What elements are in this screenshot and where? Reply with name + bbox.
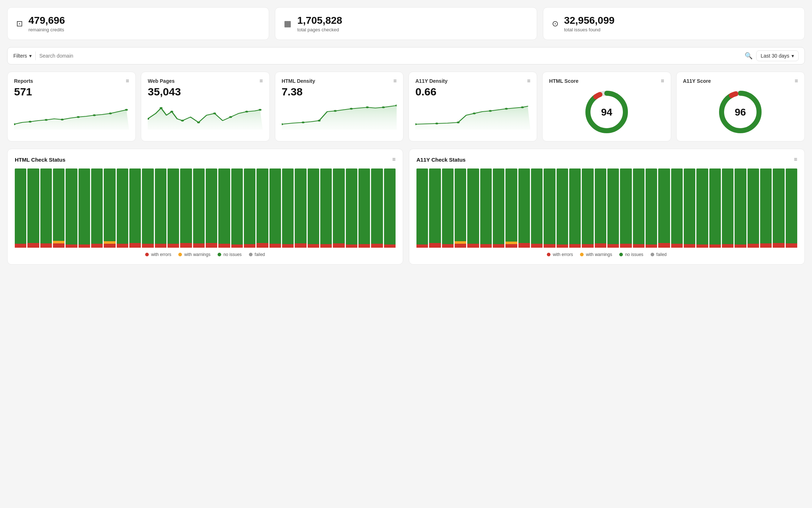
bar-stack-15 (206, 168, 217, 248)
metric-menu-htmldensity[interactable]: ≡ (393, 78, 397, 84)
pages-content: 1,705,828 total pages checked (297, 15, 342, 32)
bar-stack-19 (256, 168, 268, 248)
bar-red-12 (569, 244, 581, 248)
svg-point-33 (489, 110, 492, 112)
bar-red-3 (53, 243, 64, 248)
filters-button[interactable]: Filters ▾ (13, 53, 32, 59)
sparkline-a11ydensity (415, 101, 530, 130)
bar-stack-29 (786, 168, 797, 248)
bar-group-25 (735, 168, 746, 248)
bar-green-12 (168, 168, 179, 244)
bar-stack-19 (658, 168, 670, 248)
bar-stack-13 (180, 168, 192, 248)
bar-group-24 (320, 168, 332, 248)
metric-title-htmldensity: HTML Density (282, 78, 315, 84)
svg-point-13 (181, 120, 184, 122)
chart-card-html-check-status: HTML Check Status ≡ (7, 149, 403, 265)
metric-header-webpages: Web Pages ≡ (148, 78, 263, 84)
bar-green-14 (193, 168, 205, 243)
bar-red-4 (66, 244, 77, 248)
bar-green-23 (709, 168, 721, 244)
bar-red-10 (142, 244, 153, 248)
bar-red-21 (282, 244, 294, 248)
bar-green-1 (429, 168, 441, 243)
bar-red-5 (79, 244, 90, 248)
bar-stack-12 (168, 168, 179, 248)
bar-group-14 (595, 168, 606, 248)
legend-item: no issues (619, 252, 643, 257)
gauge-title-a11yscore: A11Y Score (683, 78, 711, 84)
chart-header-a11y-check-status: A11Y Check Status ≡ (416, 156, 797, 163)
issues-content: 32,956,099 total issues found (564, 15, 615, 32)
bar-group-4 (66, 168, 77, 248)
metric-title-a11ydensity: A11Y Density (415, 78, 447, 84)
bar-stack-20 (269, 168, 281, 248)
bar-green-0 (15, 168, 26, 244)
bar-red-0 (416, 244, 428, 248)
bar-green-12 (569, 168, 581, 244)
svg-point-3 (45, 119, 48, 121)
credits-icon: ⊡ (16, 19, 23, 28)
svg-point-15 (213, 113, 216, 114)
bar-red-4 (467, 244, 479, 248)
bar-green-18 (244, 168, 255, 244)
metric-value-a11ydensity: 0.66 (415, 86, 530, 98)
chart-menu-html-check-status[interactable]: ≡ (392, 156, 396, 163)
bar-red-13 (582, 244, 593, 248)
bar-group-18 (646, 168, 657, 248)
search-input[interactable] (39, 53, 741, 59)
chart-area-htmldensity (282, 101, 397, 130)
bar-green-22 (295, 168, 306, 243)
chart-area-reports (14, 101, 129, 130)
chart-area-a11ydensity (415, 101, 530, 130)
svg-point-25 (366, 107, 369, 108)
metric-menu-a11ydensity[interactable]: ≡ (527, 78, 530, 84)
issues-icon: ⊙ (552, 19, 558, 28)
date-picker-button[interactable]: Last 30 days ▾ (756, 50, 799, 61)
bar-green-24 (722, 168, 733, 244)
bar-green-17 (633, 168, 644, 244)
metric-menu-reports[interactable]: ≡ (126, 78, 129, 84)
legend-dot (547, 253, 550, 256)
search-icon[interactable]: 🔍 (745, 52, 753, 60)
bar-green-16 (620, 168, 632, 244)
bar-group-0 (15, 168, 26, 248)
bar-red-15 (607, 244, 619, 248)
bar-green-9 (531, 168, 543, 244)
svg-point-16 (229, 116, 232, 118)
legend-label: with warnings (184, 252, 210, 257)
bar-green-18 (646, 168, 657, 244)
bar-stack-17 (633, 168, 644, 248)
metric-menu-webpages[interactable]: ≡ (259, 78, 263, 84)
bar-yellow-3 (53, 241, 64, 243)
bar-group-14 (193, 168, 205, 248)
bar-stack-25 (333, 168, 344, 248)
bar-green-25 (735, 168, 746, 244)
gauge-svg: 94 (583, 89, 630, 135)
bar-red-14 (595, 243, 606, 248)
bar-stack-6 (493, 168, 504, 248)
chevron-down-icon: ▾ (29, 53, 32, 59)
gauge-menu-htmlscore[interactable]: ≡ (661, 78, 664, 84)
bar-green-10 (544, 168, 555, 244)
chart-header-html-check-status: HTML Check Status ≡ (15, 156, 396, 163)
bar-stack-0 (15, 168, 26, 248)
chart-menu-a11y-check-status[interactable]: ≡ (794, 156, 797, 163)
svg-point-30 (435, 123, 438, 125)
bar-red-20 (671, 244, 683, 248)
chart-title-a11y-check-status: A11Y Check Status (416, 157, 465, 163)
bar-green-28 (371, 168, 383, 244)
metric-card-a11ydensity: A11Y Density ≡ 0.66 (409, 72, 537, 141)
bar-green-8 (117, 168, 128, 244)
bar-stack-27 (358, 168, 370, 248)
bar-green-26 (748, 168, 759, 244)
gauge-menu-a11yscore[interactable]: ≡ (795, 78, 798, 84)
bar-stack-7 (104, 168, 115, 248)
bar-green-21 (282, 168, 294, 244)
svg-point-22 (318, 120, 321, 122)
gauge-card-a11yscore: A11Y Score ≡ 96 (676, 72, 805, 141)
bar-green-19 (256, 168, 268, 243)
bar-red-8 (518, 243, 530, 248)
chart-title-html-check-status: HTML Check Status (15, 157, 66, 163)
bar-red-23 (308, 244, 319, 248)
